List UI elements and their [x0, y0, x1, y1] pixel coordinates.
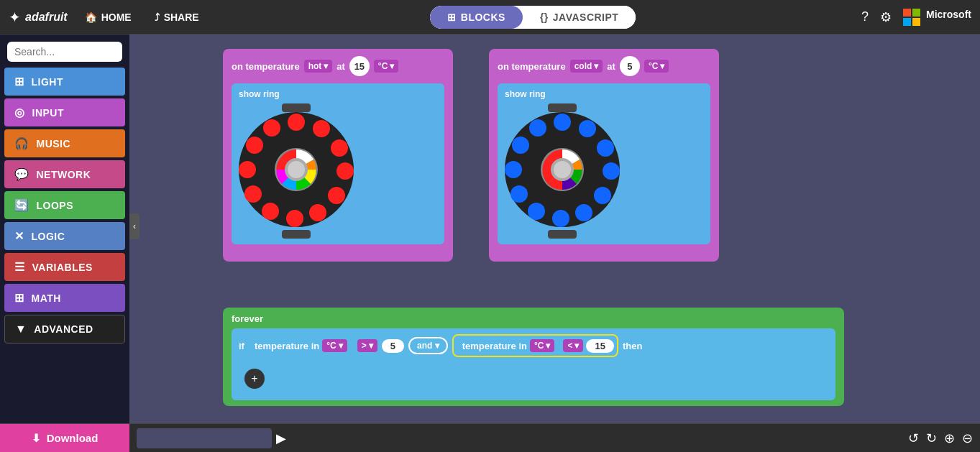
- then-label: then: [623, 341, 642, 351]
- show-ring-block-hot: show ring: [232, 83, 444, 244]
- svg-point-20: [575, 204, 592, 221]
- block-on-temp-cold: on temperature cold ▾ at 5 °C ▾ show rin…: [489, 49, 719, 262]
- gt-dropdown[interactable]: > ▾: [357, 339, 377, 352]
- ring-cold[interactable]: [505, 112, 620, 227]
- forever-label: forever: [232, 313, 835, 324]
- logo: ✦ adafruit: [9, 9, 68, 26]
- svg-point-23: [510, 185, 528, 203]
- on-temp-label: on temperature: [232, 61, 300, 72]
- bottom-filename-input[interactable]: [137, 428, 272, 448]
- logo-star-icon: ✦: [9, 9, 21, 26]
- main-canvas: on temperature hot ▾ at 15 °C ▾ show rin…: [129, 34, 980, 452]
- search-box: 🔍: [7, 42, 122, 62]
- share-button[interactable]: ⤴ SHARE: [149, 9, 205, 26]
- val2-pill: 15: [586, 339, 613, 353]
- if-label: if: [239, 341, 244, 351]
- bottom-redo-button[interactable]: ↻: [926, 430, 937, 446]
- sidebar-item-logic[interactable]: ✕ LOGIC: [4, 222, 125, 250]
- svg-point-7: [262, 203, 279, 220]
- logic-icon: ✕: [14, 229, 24, 243]
- sidebar-collapse-button[interactable]: ‹: [129, 213, 139, 239]
- board-connector-top-cold: [548, 103, 577, 112]
- bottom-undo-button[interactable]: ↺: [908, 430, 919, 446]
- sidebar-item-loops[interactable]: 🔄 LOOPS: [4, 191, 125, 219]
- block-forever: forever if temperature in °C ▾ > ▾: [223, 308, 844, 406]
- if-body: +: [239, 360, 828, 395]
- music-icon: 🎧: [14, 137, 29, 150]
- at-label: at: [336, 61, 345, 72]
- sidebar-item-input[interactable]: ◎ INPUT: [4, 98, 125, 126]
- svg-point-17: [597, 139, 614, 157]
- download-button[interactable]: ⬇ Download: [0, 424, 129, 453]
- share-icon: ⤴: [155, 11, 160, 23]
- svg-point-8: [244, 185, 262, 203]
- block-on-temp-hot: on temperature hot ▾ at 15 °C ▾ show rin…: [223, 49, 453, 262]
- svg-point-4: [328, 187, 345, 204]
- value-circle-hot: 15: [349, 56, 370, 76]
- svg-point-11: [263, 119, 280, 137]
- ring-hot[interactable]: [239, 112, 354, 227]
- svg-point-25: [512, 137, 529, 154]
- tab-blocks[interactable]: ⊞ BLOCKS: [430, 6, 523, 29]
- unit-dropdown-cold[interactable]: °C ▾: [644, 60, 669, 73]
- show-ring-label-hot: show ring: [239, 89, 280, 99]
- board-connector-bottom-cold: [548, 230, 577, 239]
- network-icon: 💬: [14, 167, 29, 181]
- settings-icon[interactable]: ⚙: [880, 9, 892, 25]
- lt-dropdown[interactable]: < ▾: [563, 339, 583, 352]
- svg-point-29: [554, 161, 571, 178]
- math-icon: ⊞: [14, 291, 24, 305]
- at-label2: at: [607, 61, 615, 72]
- unit-dropdown-hot[interactable]: °C ▾: [374, 60, 398, 73]
- tab-javascript[interactable]: {} JAVASCRIPT: [523, 6, 636, 29]
- and-button[interactable]: and ▾: [408, 337, 448, 354]
- sidebar-item-variables[interactable]: ☰ VARIABLES: [4, 253, 125, 281]
- light-icon: ⊞: [14, 75, 24, 88]
- svg-point-0: [288, 114, 305, 131]
- download-icon: ⬇: [32, 432, 41, 445]
- microsoft-logo: Microsoft: [903, 9, 971, 26]
- home-button[interactable]: 🏠 HOME: [79, 9, 137, 26]
- search-input[interactable]: [14, 46, 140, 57]
- variables-icon: ☰: [14, 260, 25, 274]
- bottom-upload-icon[interactable]: ▶: [276, 430, 286, 446]
- sidebar-item-light[interactable]: ⊞ LIGHT: [4, 68, 125, 96]
- microsoft-label: Microsoft: [926, 9, 971, 26]
- ring-center-hot: [275, 148, 318, 191]
- advanced-icon: ▼: [15, 323, 27, 336]
- board-connector-bottom-hot: [282, 230, 311, 239]
- topnav: ✦ adafruit 🏠 HOME ⤴ SHARE ⊞ BLOCKS {} JA…: [0, 0, 980, 34]
- temp-in-text2: temperature in: [462, 341, 527, 351]
- svg-point-22: [528, 203, 545, 220]
- board-connector-top-hot: [282, 103, 311, 112]
- sidebar: 🔍 ⊞ LIGHT ◎ INPUT 🎧 MUSIC 💬 NETWORK 🔄 LO…: [0, 34, 129, 452]
- help-icon[interactable]: ?: [861, 9, 869, 24]
- sidebar-item-math[interactable]: ⊞ MATH: [4, 284, 125, 312]
- svg-point-6: [286, 210, 303, 227]
- bottom-zoom-in-button[interactable]: ⊕: [944, 430, 955, 446]
- svg-point-14: [288, 161, 305, 178]
- cold-dropdown[interactable]: cold ▾: [570, 60, 603, 73]
- show-ring-label-cold: show ring: [505, 89, 546, 99]
- input-icon: ◎: [14, 106, 25, 119]
- svg-point-1: [313, 120, 330, 137]
- blocks-icon: ⊞: [447, 11, 457, 23]
- bottom-zoom-out-button[interactable]: ⊖: [962, 430, 973, 446]
- if-block: if temperature in °C ▾ > ▾ 5: [232, 328, 835, 400]
- sidebar-item-advanced[interactable]: ▼ ADVANCED: [4, 315, 125, 343]
- svg-point-10: [246, 137, 263, 154]
- sidebar-item-network[interactable]: 💬 NETWORK: [4, 160, 125, 188]
- svg-point-26: [529, 119, 546, 137]
- svg-point-18: [603, 162, 620, 180]
- temp-unit-dropdown2[interactable]: °C ▾: [530, 339, 554, 352]
- sidebar-item-music[interactable]: 🎧 MUSIC: [4, 129, 125, 157]
- svg-point-15: [554, 114, 571, 131]
- on-temp-label2: on temperature: [498, 61, 566, 72]
- show-ring-block-cold: show ring: [498, 83, 710, 244]
- svg-point-2: [331, 139, 348, 157]
- hot-dropdown[interactable]: hot ▾: [304, 60, 333, 73]
- logo-text: adafruit: [25, 11, 68, 24]
- temp-unit-dropdown1[interactable]: °C ▾: [322, 339, 347, 352]
- svg-point-19: [594, 187, 611, 204]
- add-connector-button[interactable]: +: [244, 369, 265, 389]
